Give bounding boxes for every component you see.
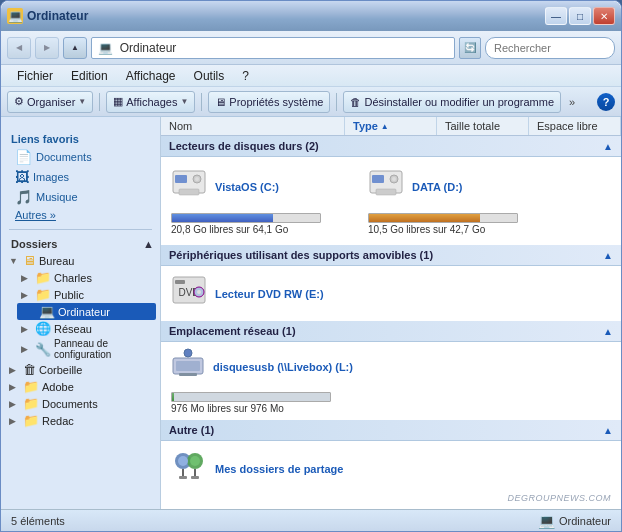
section-disques-title: Lecteurs de disques durs (2) [169,140,319,152]
net-item[interactable]: disquesusb (\\Livebox) (L:) 976 Mo libre… [161,342,621,420]
documents2-expand: ▶ [9,399,23,409]
svg-point-8 [392,177,396,181]
menu-help[interactable]: ? [234,67,257,85]
section-autre[interactable]: Autre (1) ▲ [161,420,621,441]
status-bar: 5 éléments 💻 Ordinateur [1,509,621,531]
tree-bureau-children: ▶ 📁 Charles ▶ 📁 Public 💻 Ordinateur ▶ 🌐 [1,269,160,361]
col-nom[interactable]: Nom [161,117,345,135]
col-type-label: Type [353,120,378,132]
help-button[interactable]: ? [597,93,615,111]
svg-rect-6 [372,175,384,183]
drive-d-size: 10,5 Go libres sur 42,7 Go [368,224,553,235]
menu-affichage[interactable]: Affichage [118,67,184,85]
svg-rect-11 [175,280,185,284]
toolbar-overflow[interactable]: » [565,96,579,108]
desinstaller-button[interactable]: 🗑 Désinstaller ou modifier un programme [343,91,561,113]
tree-item-public[interactable]: ▶ 📁 Public [13,286,160,303]
proprietes-label: Propriétés système [229,96,323,108]
toolbar-separator-2 [201,93,202,111]
reseau-icon: 🌐 [35,321,51,336]
tree-item-adobe[interactable]: ▶ 📁 Adobe [1,378,160,395]
menu-edition[interactable]: Edition [63,67,116,85]
svg-point-14 [197,290,201,294]
reseau-label: Réseau [54,323,92,335]
drive-c-progress [171,213,321,223]
section-reseau[interactable]: Emplacement réseau (1) ▲ [161,321,621,342]
drive-c-icon [171,167,207,206]
window-title: Ordinateur [27,9,88,23]
desinstaller-icon: 🗑 [350,96,361,108]
section-disques[interactable]: Lecteurs de disques durs (2) ▲ [161,136,621,157]
status-count: 5 éléments [11,515,65,527]
bureau-expand: ▼ [9,256,23,266]
title-bar-left: 💻 Ordinateur [7,8,88,24]
content-area: Liens favoris 📄 Documents 🖼 Images 🎵 Mus… [1,117,621,509]
search-input[interactable] [494,42,622,54]
drive-d-header: DATA (D:) [368,167,553,206]
reseau-expand: ▶ [21,324,35,334]
search-bar[interactable]: 🔍 [485,37,615,59]
autre-item[interactable]: Mes dossiers de partage [161,441,621,496]
tree-item-ordinateur[interactable]: 💻 Ordinateur [17,303,156,320]
tree-item-reseau[interactable]: ▶ 🌐 Réseau [13,320,160,337]
proprietes-button[interactable]: 🖥 Propriétés système [208,91,330,113]
dossiers-header: Dossiers ▲ [1,236,160,252]
sidebar-link-images[interactable]: 🖼 Images [1,167,160,187]
close-button[interactable]: ✕ [593,7,615,25]
svg-point-21 [178,456,188,466]
panneau-expand: ▶ [21,344,35,354]
sidebar-link-musique[interactable]: 🎵 Musique [1,187,160,207]
type-sort-arrow: ▲ [381,122,389,131]
window-controls[interactable]: — □ ✕ [545,7,615,25]
menu-fichier[interactable]: Fichier [9,67,61,85]
refresh-button[interactable]: 🔄 [459,37,481,59]
sidebar-more[interactable]: Autres » [1,207,160,223]
desinstaller-label: Désinstaller ou modifier un programme [364,96,554,108]
drive-d-icon [368,167,404,206]
address-bar[interactable]: 💻 Ordinateur [91,37,455,59]
affichages-label: Affichages [126,96,177,108]
section-amovibles-title: Périphériques utilisant des supports amo… [169,249,433,261]
tree-item-panneau[interactable]: ▶ 🔧 Panneau de configuration [13,337,160,361]
tree-item-documents2[interactable]: ▶ 📁 Documents [1,395,160,412]
drive-d-bar [369,214,480,222]
col-espace[interactable]: Espace libre [529,117,621,135]
svg-rect-17 [179,373,197,376]
documents-icon: 📄 [15,149,32,165]
sidebar-divider [9,229,152,230]
tree-item-redac[interactable]: ▶ 📁 Redac [1,412,160,429]
up-button[interactable] [63,37,87,59]
drive-c[interactable]: VistaOS (C:) 20,8 Go libres sur 64,1 Go [171,167,356,235]
ordinateur-label: Ordinateur [58,306,110,318]
affichages-button[interactable]: ▦ Affichages ▼ [106,91,195,113]
col-type[interactable]: Type ▲ [345,117,437,135]
tree-item-bureau[interactable]: ▼ 🖥 Bureau [1,252,160,269]
address-text: 💻 Ordinateur [98,41,176,55]
dvd-item[interactable]: DVD Lecteur DVD RW (E:) [161,266,621,321]
svg-rect-24 [191,476,199,479]
status-right: 💻 Ordinateur [538,513,611,529]
col-taille[interactable]: Taille totale [437,117,529,135]
section-amovibles[interactable]: Périphériques utilisant des supports amo… [161,245,621,266]
forward-button[interactable] [35,37,59,59]
back-button[interactable] [7,37,31,59]
sidebar-documents-label: Documents [36,151,92,163]
col-taille-label: Taille totale [445,120,500,132]
col-espace-label: Espace libre [537,120,598,132]
maximize-button[interactable]: □ [569,7,591,25]
net-header: disquesusb (\\Livebox) (L:) [171,348,611,385]
organiser-button[interactable]: ⚙ Organiser ▼ [7,91,93,113]
drive-d-name: DATA (D:) [412,181,463,193]
tree-item-corbeille[interactable]: ▶ 🗑 Corbeille [1,361,160,378]
minimize-button[interactable]: — [545,7,567,25]
section-reseau-title: Emplacement réseau (1) [169,325,296,337]
autre-name: Mes dossiers de partage [215,463,343,475]
drive-d[interactable]: DATA (D:) 10,5 Go libres sur 42,7 Go [368,167,553,235]
sidebar-link-documents[interactable]: 📄 Documents [1,147,160,167]
menu-outils[interactable]: Outils [186,67,233,85]
ordinateur-expand [25,307,39,317]
tree-item-charles[interactable]: ▶ 📁 Charles [13,269,160,286]
scroll-content[interactable]: Lecteurs de disques durs (2) ▲ [161,136,621,509]
sidebar-musique-label: Musique [36,191,78,203]
corbeille-label: Corbeille [39,364,82,376]
